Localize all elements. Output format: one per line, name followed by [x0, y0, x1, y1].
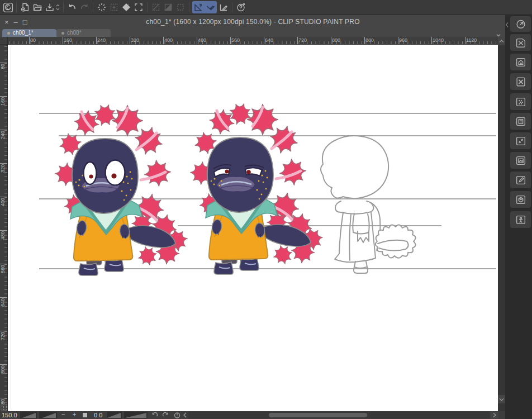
ruler-unit-label: 1120: [466, 37, 477, 43]
open-file-icon[interactable]: [31, 1, 44, 13]
ruler-unit-label: 720: [0, 332, 6, 340]
toolbar-separator: [93, 2, 93, 12]
rotation-slider-wide[interactable]: [124, 412, 148, 418]
horizontal-scrollbar[interactable]: [188, 412, 490, 418]
ruler-unit-label: 160: [64, 37, 72, 43]
fill-selection-icon[interactable]: [120, 1, 132, 13]
toolbar-separator: [63, 2, 64, 12]
document-title: ch00_1* (1600 x 1200px 100dpi 150.0%) - …: [0, 15, 506, 29]
clip-studio-paint-window: × – □ ch00_1* (1600 x 1200px 100dpi 150.…: [0, 0, 532, 419]
help-icon[interactable]: [235, 1, 247, 13]
ruler-unit-label: 1040: [433, 37, 444, 43]
document-tab[interactable]: ch00_1*: [2, 29, 56, 37]
save-file-icon[interactable]: [44, 1, 56, 13]
save-options-chevron-icon[interactable]: [56, 1, 61, 13]
ruler-unit-label: 320: [0, 164, 6, 173]
navigator-zoom-icon[interactable]: [510, 16, 531, 32]
palette-edit-icon[interactable]: [510, 172, 531, 188]
ruler-unit-label: 480: [198, 37, 206, 43]
selection-half-disabled-icon[interactable]: [162, 1, 174, 13]
collapse-left-chevron-icon[interactable]: [183, 412, 187, 419]
rotate-counterclockwise-icon[interactable]: [151, 412, 158, 419]
horizontal-ruler: 8016024032040048056064072080088096010401…: [8, 37, 498, 45]
ruler-unit-label: 400: [164, 37, 173, 43]
palette-3d-material-icon[interactable]: [510, 191, 531, 208]
crop-frame-icon[interactable]: [132, 1, 145, 13]
new-file-icon[interactable]: [19, 1, 31, 13]
vertical-ruler: 80160240320400480560640720800880: [0, 45, 8, 411]
axolotl-front-startled: [54, 101, 189, 275]
snap-active-group: [192, 1, 217, 13]
zoom-slider[interactable]: [20, 412, 37, 418]
palette-close-icon[interactable]: [510, 34, 531, 51]
clip-studio-logo-icon[interactable]: [2, 1, 14, 13]
horizontal-scrollbar-handle[interactable]: [269, 413, 367, 417]
canvas-viewport[interactable]: [8, 45, 498, 411]
deselect-icon[interactable]: [96, 1, 108, 13]
pointer-position-marker: [373, 37, 373, 45]
ruler-unit-label: 560: [0, 265, 6, 273]
reselect-icon[interactable]: [108, 1, 120, 13]
scroll-right-arrow-icon[interactable]: [491, 412, 498, 418]
palette-cancel-icon[interactable]: [510, 73, 531, 90]
tab-status-dot: [7, 32, 10, 35]
rotation-slider[interactable]: [107, 412, 122, 418]
tab-status-dot: [61, 32, 64, 35]
document-tab[interactable]: ch00*: [56, 29, 111, 37]
redo-icon[interactable]: [78, 1, 91, 13]
snap-to-grid-icon[interactable]: [217, 1, 230, 13]
selection-launcher-disabled-icon[interactable]: [150, 1, 162, 13]
ruler-unit-label: 80: [0, 64, 6, 69]
ruler-unit-label: 560: [231, 37, 240, 43]
tab-label: ch00_1*: [13, 29, 34, 37]
ruler-unit-label: 960: [399, 37, 407, 43]
zoom-value: 150.0: [2, 411, 17, 419]
scroll-up-arrow-icon[interactable]: [498, 37, 505, 45]
ruler-unit-label: 720: [298, 37, 307, 43]
reset-rotation-icon[interactable]: [174, 412, 180, 419]
zoom-in-button[interactable]: +: [70, 411, 78, 419]
undo-icon[interactable]: [66, 1, 78, 13]
ruler-unit-label: 240: [0, 131, 6, 139]
ruler-unit-label: 800: [332, 37, 340, 43]
fit-to-screen-button[interactable]: [83, 413, 87, 417]
tab-label: ch00*: [67, 29, 82, 37]
ruler-unit-label: 400: [0, 198, 6, 206]
ruler-unit-label: 320: [131, 37, 139, 43]
ruler-unit-label: 640: [265, 37, 273, 43]
ruler-origin-button[interactable]: [1, 404, 7, 411]
palette-pose-figure-icon[interactable]: [510, 211, 531, 228]
toolbar-separator: [189, 2, 189, 12]
toolbar-separator: [147, 2, 148, 12]
toolbar-separator: [232, 2, 232, 12]
toolbar-separator: [16, 2, 17, 12]
palette-image-material-icon[interactable]: [510, 152, 531, 169]
palette-collapse-icon[interactable]: [510, 132, 531, 149]
ruler-unit-label: 800: [0, 365, 6, 374]
title-bar: × – □ ch00_1* (1600 x 1200px 100dpi 150.…: [0, 15, 506, 29]
palette-home-icon[interactable]: [510, 54, 531, 70]
rotation-value: 0.0: [94, 411, 102, 419]
zoom-out-button[interactable]: −: [59, 411, 67, 419]
ruler-unit-label: 80: [30, 37, 36, 43]
ruler-corner: [0, 37, 8, 45]
palette-dock-sidebar: [505, 15, 532, 419]
selection-dashed-disabled-icon[interactable]: [174, 1, 187, 13]
scroll-down-arrow-icon[interactable]: [498, 395, 505, 403]
ruler-unit-label: 160: [0, 97, 6, 106]
canvas-artwork: [8, 45, 498, 411]
palette-tone-icon[interactable]: [510, 93, 531, 110]
ruler-unit-label: 640: [0, 298, 6, 307]
vertical-scrollbar[interactable]: [498, 37, 505, 411]
zoom-slider-fine[interactable]: [39, 412, 57, 418]
palette-layer-property-icon[interactable]: [510, 113, 531, 130]
ruler-unit-label: 240: [97, 37, 106, 43]
dock-expand-chevron-icon[interactable]: [505, 20, 509, 30]
document-tab-bar: ch00_1* ch00*: [0, 29, 506, 37]
rotate-clockwise-icon[interactable]: [162, 412, 169, 419]
ruler-unit-label: 480: [0, 231, 6, 240]
snap-to-ruler-icon[interactable]: [192, 1, 205, 13]
snap-to-special-ruler-icon[interactable]: [205, 1, 217, 13]
main-toolbar: [0, 0, 532, 15]
axolotl-side-sketch: [321, 136, 416, 273]
